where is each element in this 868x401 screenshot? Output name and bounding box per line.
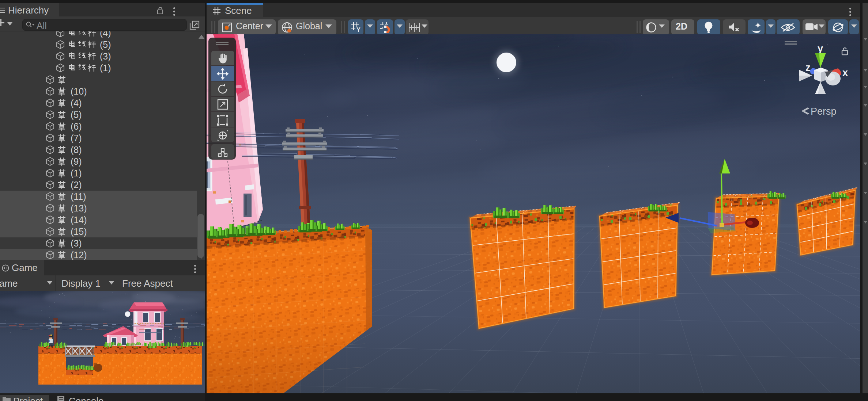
- svg-text:x: x: [842, 67, 848, 78]
- svg-text:z: z: [805, 62, 811, 73]
- svg-text:Persp: Persp: [811, 106, 837, 117]
- svg-text:Y: Y: [356, 27, 361, 33]
- svg-text:y: y: [818, 43, 823, 54]
